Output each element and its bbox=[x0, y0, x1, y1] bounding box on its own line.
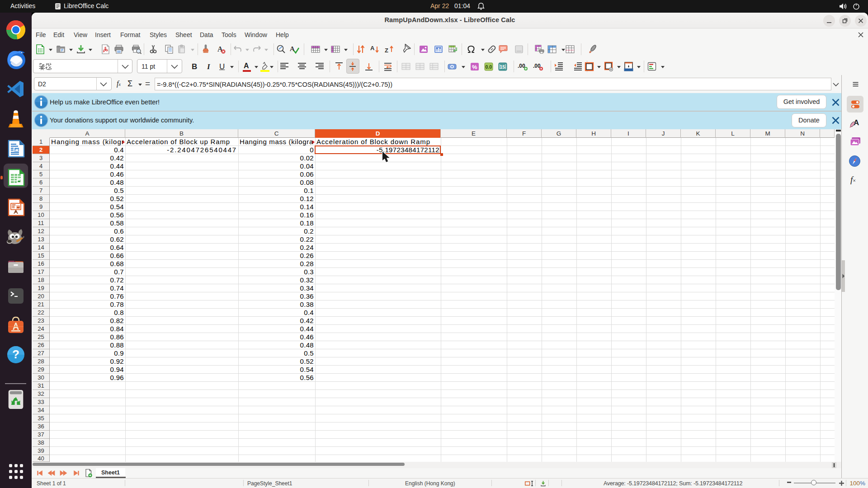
svg-text:%: % bbox=[472, 64, 477, 70]
svg-text:15: 15 bbox=[500, 64, 505, 70]
svg-text:?: ? bbox=[12, 347, 19, 361]
svg-text:A: A bbox=[370, 45, 375, 52]
svg-text:Z: Z bbox=[385, 47, 388, 54]
svg-text:0.0: 0.0 bbox=[486, 64, 492, 70]
